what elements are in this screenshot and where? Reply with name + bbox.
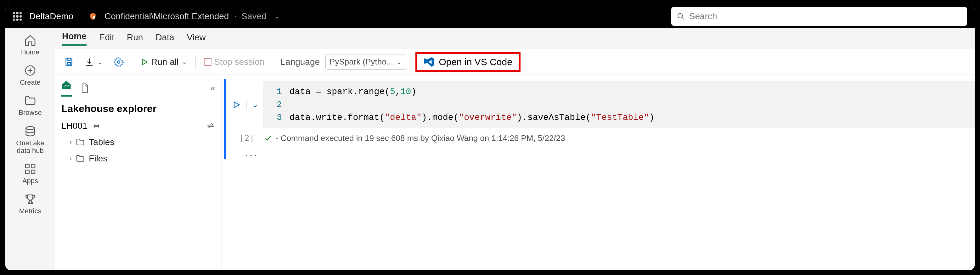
nav-onelake[interactable]: OneLake data hub <box>16 123 44 156</box>
folder-icon <box>76 138 85 147</box>
nav-apps[interactable]: Apps <box>22 161 38 187</box>
lakehouse-tab-icon[interactable] <box>61 79 72 91</box>
cell-index: [2] <box>240 134 254 143</box>
folder-icon <box>24 94 37 107</box>
svg-rect-10 <box>25 170 29 174</box>
tab-view[interactable]: View <box>187 32 206 46</box>
file-tab-icon[interactable] <box>80 83 90 93</box>
workspace-title: DeltaDemo <box>29 11 73 21</box>
tab-data[interactable]: Data <box>156 32 174 46</box>
search-input[interactable] <box>689 11 961 21</box>
apps-icon <box>24 163 37 175</box>
svg-point-7 <box>26 127 35 130</box>
tree-files-label: Files <box>89 154 107 164</box>
tree-tables-label: Tables <box>89 137 114 147</box>
classification-label: Confidential\Microsoft Extended <box>105 11 229 21</box>
more-cells[interactable]: ... <box>230 143 975 159</box>
svg-rect-8 <box>25 164 29 168</box>
language-value: PySpark (Pytho... <box>329 57 393 67</box>
tab-home[interactable]: Home <box>62 31 86 46</box>
save-button[interactable] <box>61 55 76 69</box>
language-select[interactable]: PySpark (Pytho... ⌄ <box>325 54 406 70</box>
svg-rect-11 <box>31 170 35 174</box>
chevron-down-icon: ⌄ <box>396 58 402 66</box>
code-line: 1data = spark.range(5,10) <box>269 86 968 98</box>
separator <box>196 55 196 69</box>
settings-button[interactable] <box>111 55 126 69</box>
svg-point-2 <box>678 14 682 18</box>
open-in-vscode-button[interactable]: Open in VS Code <box>415 52 520 72</box>
expand-cell-icon[interactable]: ⌄ <box>252 100 259 110</box>
stop-session-label: Stop session <box>214 57 264 67</box>
stop-session-button[interactable]: Stop session <box>201 55 267 69</box>
svg-rect-9 <box>31 164 35 168</box>
nav-onelake-label: OneLake data hub <box>16 139 44 154</box>
trophy-icon <box>24 193 37 205</box>
nav-create-label: Create <box>20 79 41 86</box>
download-button[interactable]: ⌄ <box>82 56 105 68</box>
pin-icon[interactable] <box>92 122 100 130</box>
language-label: Language <box>281 57 320 67</box>
tab-run[interactable]: Run <box>127 32 143 46</box>
plus-circle-icon <box>24 64 37 77</box>
play-icon <box>140 58 148 66</box>
folder-icon <box>76 154 85 163</box>
vscode-icon <box>423 56 435 68</box>
chevron-right-icon: › <box>70 138 72 146</box>
svg-rect-12 <box>67 62 71 65</box>
chevron-right-icon: › <box>70 154 72 163</box>
tab-edit[interactable]: Edit <box>99 32 114 46</box>
lakehouse-name[interactable]: LH001 <box>61 121 88 131</box>
nav-metrics[interactable]: Metrics <box>19 191 41 217</box>
svg-marker-15 <box>234 102 239 108</box>
explorer-title: Lakehouse explorer <box>55 97 221 118</box>
saved-status: Saved <box>241 11 266 21</box>
app-launcher-icon[interactable] <box>13 12 22 21</box>
cell-active-indicator <box>224 79 226 159</box>
nav-create[interactable]: Create <box>20 62 41 88</box>
save-icon <box>64 57 74 67</box>
nav-home[interactable]: Home <box>21 32 40 58</box>
search-icon <box>677 12 685 21</box>
chevron-down-icon: ⌄ <box>97 58 103 66</box>
gear-icon <box>114 57 124 67</box>
open-vscode-label: Open in VS Code <box>439 57 512 67</box>
run-all-button[interactable]: Run all ⌄ <box>138 55 190 69</box>
tree-files[interactable]: › Files <box>55 150 221 167</box>
nav-metrics-label: Metrics <box>19 207 41 215</box>
svg-line-3 <box>682 17 684 19</box>
download-icon <box>85 57 94 67</box>
search-box[interactable] <box>671 7 967 26</box>
code-line: 3data.write.format("delta").mode("overwr… <box>269 111 968 124</box>
svg-rect-1 <box>93 17 94 19</box>
code-line: 2 <box>269 99 968 111</box>
svg-marker-14 <box>143 59 147 65</box>
sync-icon[interactable] <box>206 121 215 130</box>
chevron-down-icon: ⌄ <box>181 58 187 66</box>
stop-icon <box>204 58 212 66</box>
home-icon <box>24 34 37 46</box>
chevron-down-icon[interactable]: ⌄ <box>274 12 280 21</box>
run-all-label: Run all <box>151 57 178 67</box>
code-cell[interactable]: 1data = spark.range(5,10)23data.write.fo… <box>263 81 975 129</box>
database-hub-icon <box>24 125 37 138</box>
nav-home-label: Home <box>21 48 40 56</box>
nav-browse-label: Browse <box>19 109 41 116</box>
run-cell-icon[interactable] <box>232 100 241 109</box>
separator <box>273 55 273 69</box>
nav-browse[interactable]: Browse <box>19 92 41 118</box>
collapse-explorer-icon[interactable]: « <box>210 83 215 93</box>
svg-point-13 <box>118 61 120 63</box>
execution-status: - Command executed in 19 sec 608 ms by Q… <box>276 134 565 143</box>
nav-apps-label: Apps <box>22 177 38 185</box>
check-icon <box>264 134 272 142</box>
tree-tables[interactable]: › Tables <box>55 134 221 150</box>
shield-icon <box>89 12 97 21</box>
